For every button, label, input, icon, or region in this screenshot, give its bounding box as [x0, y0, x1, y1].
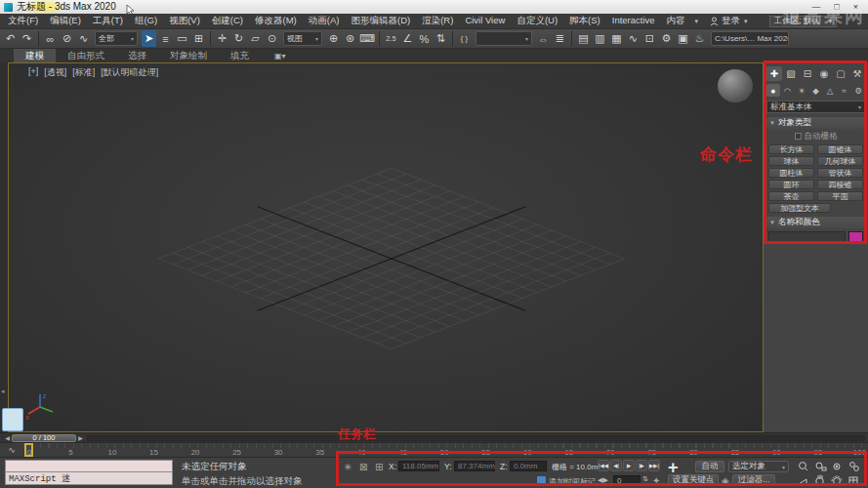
- current-frame-field[interactable]: 0: [613, 475, 641, 486]
- mini-curve-editor-button[interactable]: ∿: [0, 444, 23, 457]
- edit-named-sets-icon[interactable]: { }: [457, 30, 472, 47]
- add-time-tag[interactable]: 添加时间标记: [549, 476, 596, 487]
- systems-category[interactable]: ⚙: [851, 84, 865, 97]
- menu-item-2[interactable]: 工具(T): [87, 15, 129, 27]
- select-link-icon[interactable]: ∞: [43, 30, 58, 47]
- angle-snap-icon[interactable]: ∠: [400, 30, 415, 47]
- frame-spinner-arrows-icon[interactable]: ◀▶: [598, 476, 608, 484]
- viewcube[interactable]: [718, 69, 753, 102]
- selection-filter-dropdown[interactable]: 全部▾: [95, 31, 138, 46]
- viewport-pov-menu[interactable]: [透视]: [44, 66, 66, 79]
- zoom-extents-all-icon[interactable]: [850, 463, 859, 471]
- ribbon-more-icon[interactable]: ▣▾: [274, 52, 286, 61]
- go-to-start-button[interactable]: |◀◀: [598, 460, 609, 471]
- object-type-button-3[interactable]: 几何球体: [817, 156, 863, 166]
- rollout-name-color[interactable]: ▼ 名称和颜色: [766, 217, 865, 228]
- schematic-view-icon[interactable]: ⊡: [642, 30, 657, 47]
- keyboard-override-icon[interactable]: ⌨: [359, 30, 375, 47]
- curve-editor-icon[interactable]: ∿: [626, 30, 641, 47]
- macro-recorder-pane[interactable]: [5, 460, 173, 472]
- track-bar-ruler[interactable]: 0510152025303540455055606570758085909510…: [23, 443, 862, 458]
- object-type-button-0[interactable]: 长方体: [768, 144, 814, 154]
- field-of-view-icon[interactable]: [799, 479, 806, 484]
- undo-icon[interactable]: ↶: [3, 30, 18, 47]
- rollout-object-type[interactable]: ▼ 对象类型: [766, 117, 865, 129]
- selection-set-dropdown[interactable]: 选定对象 ▾: [728, 461, 789, 472]
- snap-toggle-icon[interactable]: 2.5: [384, 30, 398, 47]
- select-object-icon[interactable]: ➤: [142, 30, 156, 47]
- select-placement-icon[interactable]: ⊙: [265, 30, 279, 47]
- menu-item-6[interactable]: 修改器(M): [249, 15, 303, 27]
- key-filters-button[interactable]: 过滤器...: [732, 474, 775, 486]
- play-button[interactable]: ▶: [623, 460, 635, 471]
- render-setup-icon[interactable]: ⚙: [659, 30, 674, 47]
- menu-item-13[interactable]: Interactive: [606, 15, 661, 27]
- viewport-layout-tab[interactable]: [2, 408, 23, 431]
- perspective-viewport[interactable]: [+][透视][标准][默认明暗处理] x z: [8, 62, 764, 432]
- autogrid-checkbox[interactable]: 自动栅格: [766, 131, 865, 142]
- ribbon-tab-2[interactable]: 选择: [116, 49, 158, 62]
- isolate-selection-icon[interactable]: ✳: [344, 462, 351, 472]
- align-icon[interactable]: ≣: [553, 30, 567, 47]
- object-type-button-1[interactable]: 圆锥体: [817, 144, 863, 154]
- orbit-icon[interactable]: [832, 476, 842, 484]
- object-type-button-2[interactable]: 球体: [768, 156, 814, 166]
- select-rotate-icon[interactable]: ↻: [231, 30, 246, 47]
- render-production-icon[interactable]: ♨: [692, 30, 707, 47]
- auto-key-button[interactable]: 自动: [695, 461, 724, 472]
- sign-in-button[interactable]: 登录: [710, 15, 740, 27]
- zoom-extents-icon[interactable]: [834, 464, 840, 469]
- menu-item-7[interactable]: 动画(A): [303, 15, 346, 27]
- menu-item-14[interactable]: 内容: [661, 15, 691, 27]
- time-slider-handle[interactable]: 0 / 100: [12, 434, 76, 442]
- z-coordinate-field[interactable]: 0.0mm: [510, 461, 547, 471]
- menu-item-9[interactable]: 渲染(R): [416, 15, 459, 27]
- previous-frame-button[interactable]: ◀|: [610, 460, 622, 471]
- menu-overflow-icon[interactable]: ▾: [695, 18, 699, 25]
- ref-coordinate-dropdown[interactable]: 视图▾: [283, 31, 322, 46]
- spinner-snap-icon[interactable]: ⇅: [434, 30, 448, 47]
- rendered-frame-icon[interactable]: ▣: [676, 30, 690, 47]
- next-frame-button[interactable]: |▶: [636, 460, 647, 471]
- maximize-button[interactable]: □: [834, 2, 839, 12]
- close-button[interactable]: ×: [853, 2, 858, 12]
- go-to-end-button[interactable]: ▶▶|: [648, 460, 660, 471]
- ribbon-tab-4[interactable]: 填充: [219, 49, 261, 62]
- collapse-arrow-icon[interactable]: ◂: [1, 387, 5, 395]
- ribbon-tab-3[interactable]: 对象绘制: [158, 49, 219, 62]
- object-name-field[interactable]: [768, 231, 846, 244]
- spacewarps-category[interactable]: ≈: [838, 84, 851, 97]
- viewport-shading-menu[interactable]: [默认明暗处理]: [101, 66, 158, 79]
- menu-item-0[interactable]: 文件(F): [2, 15, 44, 27]
- workspace-dropdown[interactable]: 工作区: 默认 ▾: [769, 16, 838, 27]
- shapes-category[interactable]: ◠: [781, 84, 795, 97]
- sign-in-caret-icon[interactable]: ▾: [744, 18, 748, 25]
- hierarchy-tab[interactable]: ⊟: [800, 66, 815, 81]
- bind-spacewarp-icon[interactable]: ∿: [76, 30, 91, 47]
- object-type-button-6[interactable]: 圆环: [768, 180, 814, 189]
- menu-item-10[interactable]: Civil View: [459, 15, 511, 27]
- y-coordinate-field[interactable]: 87.374mm: [454, 461, 495, 471]
- maxscript-listener-pane[interactable]: MAXScript 迷: [5, 472, 173, 485]
- window-crossing-icon[interactable]: ⊞: [191, 30, 206, 47]
- redo-icon[interactable]: ↷: [20, 30, 34, 47]
- maximize-viewport-icon[interactable]: [849, 477, 857, 485]
- viewport-general-menu[interactable]: [+]: [28, 66, 38, 79]
- menu-item-8[interactable]: 图形编辑器(D): [345, 15, 416, 27]
- minimize-button[interactable]: —: [811, 2, 820, 12]
- object-type-button-10[interactable]: 加强型文本: [768, 203, 831, 213]
- viewport-standard-menu[interactable]: [标准]: [72, 66, 95, 79]
- ribbon-toggle-icon[interactable]: ▦: [609, 30, 624, 47]
- use-pivot-center-icon[interactable]: ⊕: [326, 30, 341, 47]
- object-type-button-9[interactable]: 平面: [817, 191, 863, 201]
- menu-item-12[interactable]: 脚本(S): [563, 15, 606, 27]
- project-folder-dropdown[interactable]: C:\Users\… Max 2020▾: [711, 31, 789, 46]
- object-type-button-7[interactable]: 四棱锥: [817, 180, 863, 189]
- object-type-button-5[interactable]: 管状体: [817, 168, 863, 178]
- modify-tab[interactable]: ▧: [783, 66, 799, 81]
- select-manipulate-icon[interactable]: ⊛: [343, 30, 357, 47]
- named-sets-dropdown[interactable]: ▾: [475, 31, 532, 46]
- scene-explorer-icon[interactable]: ▤: [576, 30, 591, 47]
- previous-key-icon[interactable]: ◀: [3, 434, 12, 441]
- subtype-dropdown[interactable]: 标准基本体 ▾: [766, 101, 865, 113]
